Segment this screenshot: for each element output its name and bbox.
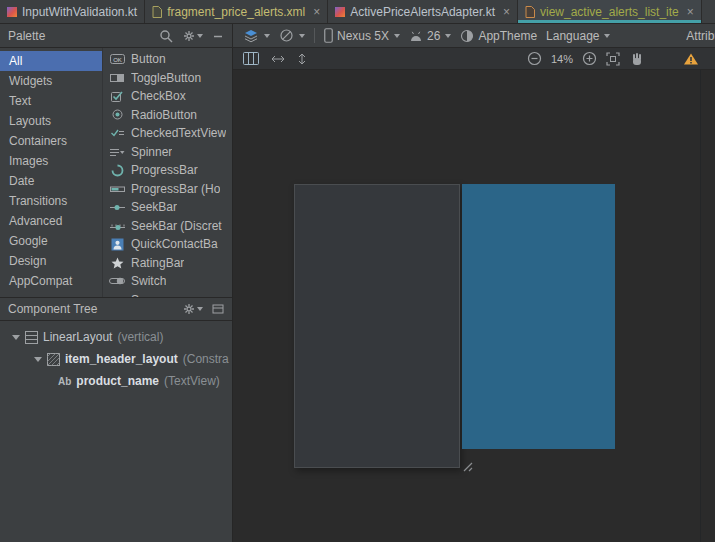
design-view-preview[interactable] xyxy=(294,184,460,468)
svg-text:OK: OK xyxy=(113,57,122,63)
api-level-selector[interactable]: 26 xyxy=(409,29,451,43)
palette-component-ratingbar[interactable]: RatingBar xyxy=(103,254,232,273)
design-surface[interactable] xyxy=(233,70,715,542)
palette-category-google[interactable]: Google xyxy=(0,231,102,251)
component-label: ProgressBar (Ho xyxy=(131,182,220,196)
tree-item-product-name[interactable]: Ab product_name (TextView) xyxy=(0,370,232,392)
palette-component-checkedtextview[interactable]: CheckedTextView xyxy=(103,124,232,143)
expand-arrow-icon[interactable] xyxy=(12,335,20,340)
device-selector[interactable]: Nexus 5X xyxy=(324,28,400,43)
android-api-icon xyxy=(409,30,423,42)
palette-component-quickcontactbadge[interactable]: QuickContactBa xyxy=(103,235,232,254)
palette-tool-window: All Widgets Text Layouts Containers Imag… xyxy=(0,48,233,542)
zoom-out-icon[interactable] xyxy=(527,51,542,66)
palette-component-progressbar[interactable]: ProgressBar xyxy=(103,161,232,180)
component-label: QuickContactBa xyxy=(131,237,218,251)
palette-component-seekbar-discrete[interactable]: SeekBar (Discret xyxy=(103,217,232,236)
progress-bar-icon xyxy=(108,164,126,177)
palette-component-seekbar[interactable]: SeekBar xyxy=(103,198,232,217)
zoom-level: 14% xyxy=(551,53,573,65)
gear-icon[interactable] xyxy=(182,29,203,43)
palette-component-radiobutton[interactable]: RadioButton xyxy=(103,106,232,125)
palette-component-togglebutton[interactable]: ToggleButton xyxy=(103,69,232,88)
theme-selector[interactable]: AppTheme xyxy=(460,29,537,43)
kotlin-file-icon xyxy=(335,7,345,17)
tree-item-item-header-layout[interactable]: item_header_layout (Constra xyxy=(0,348,232,370)
palette-category-date[interactable]: Date xyxy=(0,171,102,191)
expand-arrow-icon[interactable] xyxy=(34,357,42,362)
palette-title: Palette xyxy=(8,29,150,43)
palette-category-appcompat[interactable]: AppCompat xyxy=(0,271,102,291)
layout-variants-icon[interactable] xyxy=(243,52,259,65)
component-label: ToggleButton xyxy=(131,71,201,85)
radio-button-icon xyxy=(108,108,126,121)
resize-horizontal-icon[interactable] xyxy=(270,54,286,64)
search-icon[interactable] xyxy=(159,29,173,43)
tree-item-name: product_name xyxy=(76,374,159,388)
xml-file-icon xyxy=(525,6,535,18)
palette-category-containers[interactable]: Containers xyxy=(0,131,102,151)
palette-component-spinner[interactable]: Spinner xyxy=(103,143,232,162)
tree-item-name: item_header_layout xyxy=(65,352,178,366)
palette-lists: All Widgets Text Layouts Containers Imag… xyxy=(0,48,232,297)
resize-vertical-icon[interactable] xyxy=(297,52,307,66)
gear-icon[interactable] xyxy=(182,302,203,316)
tab-label: InputWithValidation.kt xyxy=(22,5,137,19)
android-studio-layout-editor: InputWithValidation.kt fragment_price_al… xyxy=(0,0,715,542)
design-blueprint-selector[interactable] xyxy=(243,28,270,44)
zoom-to-fit-icon[interactable] xyxy=(606,52,620,66)
tree-item-type: (Constra xyxy=(183,352,229,366)
attributes-panel-title[interactable]: Attribu xyxy=(686,29,715,43)
tab-view-active-alerts-list-item[interactable]: view_active_alerts_list_ite × xyxy=(518,0,702,23)
tab-label: fragment_price_alerts.xml xyxy=(167,5,305,19)
palette-category-design[interactable]: Design xyxy=(0,251,102,271)
palette-component-progressbar-horizontal[interactable]: ProgressBar (Ho xyxy=(103,180,232,199)
tab-fragment-price-alerts[interactable]: fragment_price_alerts.xml × xyxy=(145,0,328,23)
panel-divider[interactable] xyxy=(700,70,701,542)
component-label: Button xyxy=(131,52,166,66)
spinner-icon xyxy=(108,146,126,158)
caret-down-icon xyxy=(264,34,270,38)
palette-component-button[interactable]: OK Button xyxy=(103,50,232,69)
blueprint-view-preview[interactable] xyxy=(462,184,615,449)
component-tree-header: Component Tree xyxy=(0,297,232,321)
palette-category-images[interactable]: Images xyxy=(0,151,102,171)
api-level-label: 26 xyxy=(427,29,440,43)
palette-category-transitions[interactable]: Transitions xyxy=(0,191,102,211)
component-label: RatingBar xyxy=(131,256,184,270)
resize-handle-icon[interactable] xyxy=(459,458,473,472)
palette-category-all[interactable]: All xyxy=(0,51,102,71)
close-icon[interactable]: × xyxy=(687,6,694,18)
pan-hand-icon[interactable] xyxy=(629,52,643,66)
hide-icon[interactable] xyxy=(212,303,224,315)
language-selector[interactable]: Language xyxy=(546,29,610,43)
palette-category-layouts[interactable]: Layouts xyxy=(0,111,102,131)
close-icon[interactable]: × xyxy=(313,6,320,18)
palette-component-switch[interactable]: Switch xyxy=(103,272,232,291)
linear-layout-icon xyxy=(25,331,38,344)
palette-component-checkbox[interactable]: CheckBox xyxy=(103,87,232,106)
caret-down-icon xyxy=(299,34,305,38)
tree-item-type: (vertical) xyxy=(117,330,163,344)
palette-category-advanced[interactable]: Advanced xyxy=(0,211,102,231)
caret-down-icon xyxy=(394,34,400,38)
device-label: Nexus 5X xyxy=(337,29,389,43)
device-phone-icon xyxy=(324,28,333,43)
palette-header: Palette xyxy=(0,24,233,47)
tab-active-price-alerts-adapter[interactable]: ActivePriceAlertsAdapter.kt × xyxy=(328,0,518,23)
orientation-selector[interactable] xyxy=(279,28,305,43)
tree-item-linearlayout[interactable]: LinearLayout (vertical) xyxy=(0,326,232,348)
palette-category-widgets[interactable]: Widgets xyxy=(0,71,102,91)
caret-down-icon xyxy=(197,307,203,311)
palette-category-text[interactable]: Text xyxy=(0,91,102,111)
component-label: SeekBar (Discret xyxy=(131,219,222,233)
toolbar-divider xyxy=(314,28,315,43)
close-icon[interactable]: × xyxy=(503,6,510,18)
caret-down-icon xyxy=(445,34,451,38)
tool-window-header-row: Palette Nexus 5X xyxy=(0,24,715,48)
button-icon: OK xyxy=(108,53,126,65)
tab-input-with-validation[interactable]: InputWithValidation.kt xyxy=(0,0,145,23)
warnings-icon[interactable] xyxy=(683,52,699,66)
minimize-icon[interactable] xyxy=(212,30,224,42)
zoom-in-icon[interactable] xyxy=(582,51,597,66)
